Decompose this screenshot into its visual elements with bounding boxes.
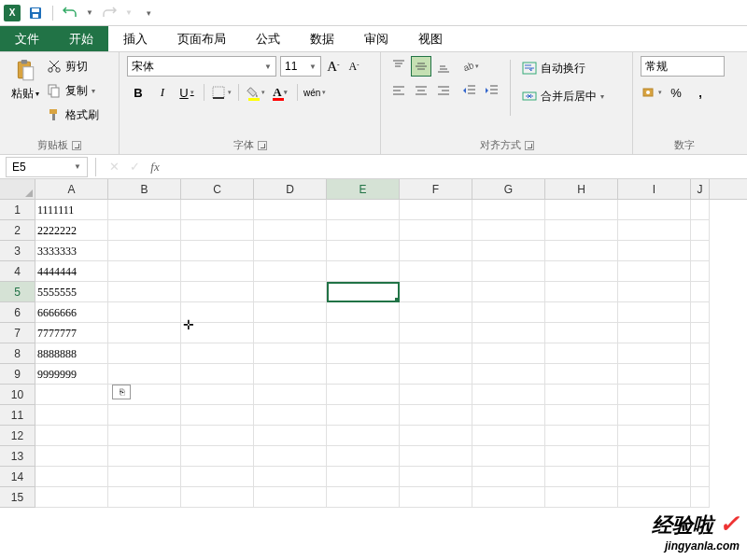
cell[interactable] [400, 220, 472, 241]
tab-data[interactable]: 数据 [295, 26, 349, 51]
cell[interactable] [472, 282, 545, 302]
row-header[interactable]: 6 [0, 302, 35, 323]
cell[interactable] [618, 241, 691, 261]
cell[interactable] [181, 323, 254, 343]
cell[interactable] [35, 426, 108, 446]
merge-center-button[interactable]: 合并后居中▾ [518, 86, 608, 106]
cell[interactable] [545, 487, 618, 508]
cell[interactable] [618, 261, 691, 282]
cell[interactable]: 4444444 [35, 261, 108, 282]
enter-formula-button[interactable]: ✓ [124, 157, 145, 177]
column-header[interactable]: F [400, 179, 472, 199]
row-header[interactable]: 8 [0, 343, 35, 364]
cell[interactable] [472, 323, 545, 343]
align-top-button[interactable] [388, 56, 409, 77]
cell[interactable] [327, 302, 400, 323]
row-header[interactable]: 13 [0, 446, 35, 467]
increase-indent-button[interactable] [482, 80, 502, 101]
italic-button[interactable]: I [151, 82, 174, 103]
formula-input[interactable] [165, 157, 747, 177]
align-middle-button[interactable] [411, 56, 431, 77]
cell[interactable] [181, 385, 254, 405]
cell[interactable] [545, 220, 618, 241]
insert-function-button[interactable]: fx [145, 157, 165, 177]
cell[interactable] [618, 446, 691, 467]
cell[interactable] [108, 467, 181, 487]
cell[interactable] [545, 323, 618, 343]
cell[interactable] [327, 385, 400, 405]
cell[interactable] [545, 282, 618, 302]
phonetic-button[interactable]: wén▾ [303, 82, 326, 103]
cell[interactable] [181, 282, 254, 302]
row-header[interactable]: 11 [0, 405, 35, 426]
cell[interactable] [545, 467, 618, 487]
cell[interactable] [254, 282, 327, 302]
cell[interactable] [108, 282, 181, 302]
alignment-launcher[interactable] [525, 141, 534, 150]
cell[interactable] [400, 467, 472, 487]
cell[interactable] [254, 446, 327, 467]
cell[interactable] [108, 220, 181, 241]
tab-home[interactable]: 开始 [54, 26, 108, 51]
cell[interactable] [400, 364, 472, 385]
cell[interactable] [691, 343, 710, 364]
column-header[interactable]: I [618, 179, 691, 199]
cell[interactable] [691, 405, 710, 426]
cell[interactable] [691, 446, 710, 467]
clipboard-launcher[interactable] [72, 141, 81, 150]
cell[interactable] [35, 487, 108, 508]
cell[interactable] [400, 343, 472, 364]
cell[interactable] [400, 426, 472, 446]
cell[interactable] [254, 426, 327, 446]
cell[interactable] [472, 385, 545, 405]
cell[interactable] [400, 282, 472, 302]
cell[interactable] [545, 343, 618, 364]
column-header[interactable]: E [327, 179, 400, 199]
fill-color-button[interactable]: ▾ [245, 82, 267, 103]
border-button[interactable]: ▾ [210, 82, 233, 103]
select-all-button[interactable] [0, 179, 35, 199]
cell[interactable] [181, 302, 254, 323]
cell[interactable] [400, 241, 472, 261]
bold-button[interactable]: B [127, 82, 149, 103]
cell[interactable] [691, 426, 710, 446]
undo-dropdown[interactable]: ▼ [85, 4, 94, 22]
grow-font-button[interactable]: Aˆ [325, 56, 342, 77]
cell[interactable] [254, 487, 327, 508]
cell[interactable] [400, 487, 472, 508]
cell[interactable] [618, 426, 691, 446]
cell[interactable] [181, 220, 254, 241]
cell[interactable] [327, 364, 400, 385]
shrink-font-button[interactable]: Aˇ [345, 56, 362, 77]
cell[interactable] [254, 323, 327, 343]
cell[interactable] [181, 364, 254, 385]
cell[interactable] [181, 241, 254, 261]
cell[interactable] [327, 261, 400, 282]
cell[interactable] [181, 487, 254, 508]
cell[interactable] [618, 364, 691, 385]
cell[interactable] [108, 241, 181, 261]
cell[interactable] [618, 385, 691, 405]
row-header[interactable]: 4 [0, 261, 35, 282]
cell[interactable]: 9999999 [35, 364, 108, 385]
underline-button[interactable]: U▾ [176, 82, 198, 103]
cell[interactable] [691, 385, 710, 405]
column-header[interactable]: B [108, 179, 181, 199]
cell[interactable] [472, 446, 545, 467]
cell[interactable] [472, 220, 545, 241]
row-header[interactable]: 5 [0, 282, 35, 302]
align-center-button[interactable] [411, 80, 431, 101]
cell[interactable] [400, 261, 472, 282]
cell[interactable] [545, 446, 618, 467]
cell[interactable]: 6666666 [35, 302, 108, 323]
cell[interactable] [108, 343, 181, 364]
number-format-combo[interactable]: 常规 [641, 56, 725, 77]
cell[interactable] [327, 241, 400, 261]
cell[interactable] [254, 200, 327, 220]
decrease-indent-button[interactable] [459, 80, 480, 101]
cell[interactable] [618, 343, 691, 364]
cancel-formula-button[interactable]: ✕ [104, 157, 124, 177]
cell[interactable] [472, 426, 545, 446]
cell[interactable] [472, 302, 545, 323]
autofill-options-button[interactable]: ⎘ [112, 385, 131, 399]
